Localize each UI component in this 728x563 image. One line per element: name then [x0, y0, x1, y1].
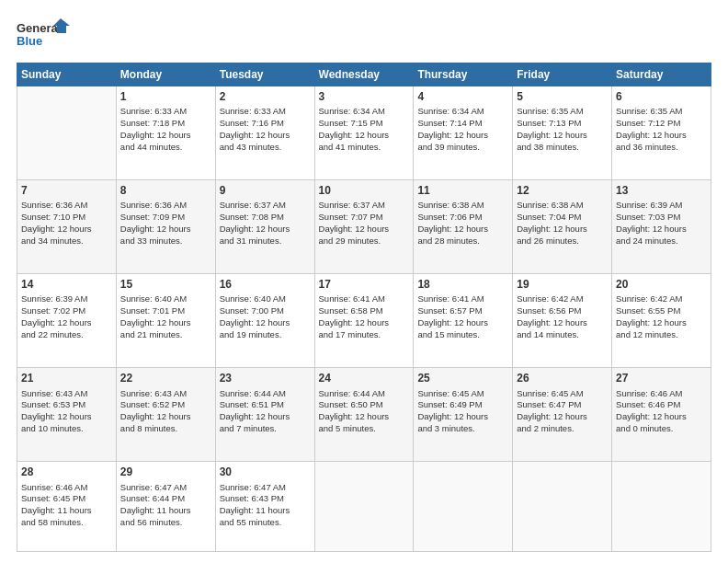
day-info-line: Daylight: 12 hours — [517, 130, 608, 142]
day-info-line: Sunset: 7:14 PM — [417, 118, 508, 130]
calendar-cell: 22Sunrise: 6:43 AMSunset: 6:52 PMDayligh… — [116, 368, 215, 462]
day-info-line: Sunrise: 6:44 AM — [319, 388, 410, 400]
day-info-line: and 12 minutes. — [616, 329, 707, 341]
weekday-header-friday: Friday — [513, 63, 612, 86]
calendar-cell: 2Sunrise: 6:33 AMSunset: 7:16 PMDaylight… — [215, 86, 314, 180]
day-info-line: and 28 minutes. — [417, 236, 508, 247]
day-info-line: Sunset: 7:02 PM — [21, 305, 112, 317]
calendar-table: SundayMondayTuesdayWednesdayThursdayFrid… — [17, 63, 711, 552]
day-number: 7 — [21, 183, 112, 198]
day-number: 29 — [120, 465, 211, 479]
day-number: 13 — [616, 183, 707, 198]
day-info-line: Sunset: 6:45 PM — [21, 493, 112, 505]
day-number: 3 — [319, 89, 410, 104]
day-info-line: and 29 minutes. — [319, 236, 410, 247]
day-info-line: Sunset: 6:57 PM — [417, 305, 508, 317]
day-info-line: Sunset: 7:07 PM — [319, 212, 410, 224]
day-info-line: Daylight: 11 hours — [220, 505, 311, 517]
weekday-header-saturday: Saturday — [612, 63, 711, 86]
calendar-cell: 14Sunrise: 6:39 AMSunset: 7:02 PMDayligh… — [17, 274, 117, 368]
day-info-line: Sunrise: 6:45 AM — [517, 388, 608, 400]
calendar-cell — [314, 462, 414, 552]
day-info-line: and 14 minutes. — [517, 329, 608, 341]
day-info-line: Sunrise: 6:38 AM — [417, 200, 508, 212]
day-info-line: Sunrise: 6:42 AM — [616, 293, 707, 305]
day-info-line: and 15 minutes. — [417, 329, 508, 341]
calendar-cell — [612, 462, 711, 552]
day-info-line: and 24 minutes. — [616, 236, 707, 247]
day-info-line: and 5 minutes. — [319, 423, 410, 435]
week-row-1: 1Sunrise: 6:33 AMSunset: 7:18 PMDaylight… — [17, 86, 711, 180]
day-info-line: Sunrise: 6:43 AM — [120, 388, 211, 400]
day-info-line: Sunrise: 6:40 AM — [220, 293, 311, 305]
day-number: 5 — [517, 89, 608, 104]
day-info-line: Sunset: 7:16 PM — [220, 118, 311, 130]
day-info-line: and 44 minutes. — [120, 142, 211, 154]
day-info-line: and 22 minutes. — [21, 329, 112, 341]
day-info-line: Sunset: 7:03 PM — [616, 212, 707, 224]
calendar-cell: 27Sunrise: 6:46 AMSunset: 6:46 PMDayligh… — [612, 368, 711, 462]
day-info-line: Daylight: 12 hours — [21, 317, 112, 329]
day-info-line: Sunrise: 6:46 AM — [21, 482, 112, 494]
calendar-cell — [414, 462, 513, 552]
day-info-line: Daylight: 12 hours — [220, 317, 311, 329]
day-info-line: Sunset: 7:01 PM — [120, 305, 211, 317]
day-info-line: Sunrise: 6:34 AM — [319, 106, 410, 118]
calendar-cell: 24Sunrise: 6:44 AMSunset: 6:50 PMDayligh… — [314, 368, 414, 462]
weekday-header-monday: Monday — [116, 63, 215, 86]
day-number: 16 — [220, 277, 311, 292]
calendar-cell — [17, 86, 117, 180]
day-info-line: and 21 minutes. — [120, 329, 211, 341]
day-number: 24 — [319, 371, 410, 385]
day-number: 8 — [120, 183, 211, 198]
day-info-line: Daylight: 12 hours — [120, 317, 211, 329]
day-info-line: Sunrise: 6:40 AM — [120, 293, 211, 305]
day-info-line: Sunset: 6:56 PM — [517, 305, 608, 317]
calendar-cell: 15Sunrise: 6:40 AMSunset: 7:01 PMDayligh… — [116, 274, 215, 368]
day-info-line: and 8 minutes. — [120, 423, 211, 435]
day-number: 20 — [616, 277, 707, 292]
day-info-line: Daylight: 12 hours — [417, 130, 508, 142]
weekday-header-thursday: Thursday — [414, 63, 513, 86]
day-info-line: Daylight: 12 hours — [220, 130, 311, 142]
day-info-line: Daylight: 12 hours — [319, 317, 410, 329]
day-info-line: Daylight: 12 hours — [616, 224, 707, 236]
week-row-4: 21Sunrise: 6:43 AMSunset: 6:53 PMDayligh… — [17, 368, 711, 462]
day-info-line: Sunrise: 6:47 AM — [220, 482, 311, 494]
day-info-line: and 34 minutes. — [21, 236, 112, 247]
calendar-cell: 18Sunrise: 6:41 AMSunset: 6:57 PMDayligh… — [414, 274, 513, 368]
calendar-cell: 3Sunrise: 6:34 AMSunset: 7:15 PMDaylight… — [314, 86, 414, 180]
day-info-line: Sunset: 6:43 PM — [220, 493, 311, 505]
calendar-cell: 1Sunrise: 6:33 AMSunset: 7:18 PMDaylight… — [116, 86, 215, 180]
day-number: 18 — [417, 277, 508, 292]
day-info-line: Sunrise: 6:46 AM — [616, 388, 707, 400]
calendar-page: GeneralBlue SundayMondayTuesdayWednesday… — [0, 0, 728, 563]
day-info-line: Sunset: 7:00 PM — [220, 305, 311, 317]
day-number: 14 — [21, 277, 112, 292]
day-info-line: and 0 minutes. — [616, 423, 707, 435]
weekday-header-tuesday: Tuesday — [215, 63, 314, 86]
weekday-header-wednesday: Wednesday — [314, 63, 414, 86]
day-info-line: Sunset: 6:55 PM — [616, 305, 707, 317]
day-info-line: and 41 minutes. — [319, 142, 410, 154]
day-info-line: Daylight: 12 hours — [220, 411, 311, 423]
day-number: 28 — [21, 465, 112, 479]
day-number: 15 — [120, 277, 211, 292]
day-number: 9 — [220, 183, 311, 198]
calendar-cell: 16Sunrise: 6:40 AMSunset: 7:00 PMDayligh… — [215, 274, 314, 368]
calendar-cell: 10Sunrise: 6:37 AMSunset: 7:07 PMDayligh… — [314, 180, 414, 274]
day-info-line: Sunrise: 6:39 AM — [616, 200, 707, 212]
day-info-line: Sunrise: 6:39 AM — [21, 293, 112, 305]
day-info-line: Sunset: 6:51 PM — [220, 399, 311, 411]
week-row-2: 7Sunrise: 6:36 AMSunset: 7:10 PMDaylight… — [17, 180, 711, 274]
calendar-cell: 13Sunrise: 6:39 AMSunset: 7:03 PMDayligh… — [612, 180, 711, 274]
calendar-cell: 25Sunrise: 6:45 AMSunset: 6:49 PMDayligh… — [414, 368, 513, 462]
day-info-line: and 36 minutes. — [616, 142, 707, 154]
day-info-line: and 38 minutes. — [517, 142, 608, 154]
day-info-line: Sunrise: 6:34 AM — [417, 106, 508, 118]
day-info-line: Daylight: 12 hours — [417, 224, 508, 236]
day-info-line: Daylight: 12 hours — [120, 411, 211, 423]
day-number: 23 — [220, 371, 311, 385]
day-info-line: Daylight: 12 hours — [517, 317, 608, 329]
day-info-line: Sunrise: 6:33 AM — [120, 106, 211, 118]
